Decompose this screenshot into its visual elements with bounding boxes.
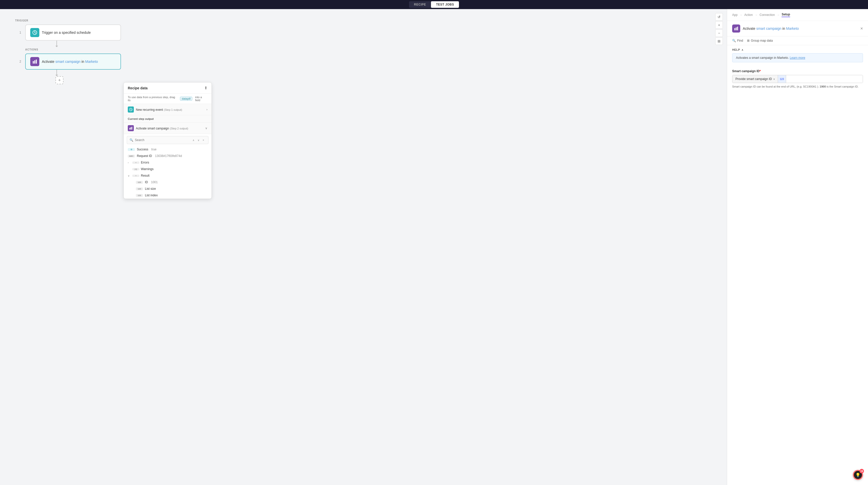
rdp-search-bar: 🔍 ∧ ∨ ×: [127, 136, 209, 144]
result-listsize-item[interactable]: 123 List size: [124, 186, 212, 192]
rp-close-btn[interactable]: ×: [860, 26, 863, 31]
connector1: [56, 40, 58, 47]
result-id-value: 1001: [151, 180, 158, 184]
step1-output-header[interactable]: New recurring event (Step 1 output) ›: [124, 104, 212, 115]
result-item[interactable]: ∨ ≡ Result: [124, 172, 212, 179]
errors-type-badge: ≡: [132, 162, 140, 164]
search-next-btn[interactable]: ∨: [196, 138, 200, 142]
bc-action[interactable]: Action: [744, 13, 752, 17]
canvas-controls: ↺ + − ⊞: [715, 13, 723, 45]
find-btn[interactable]: 🔍 Find: [732, 39, 743, 42]
canvas: ↺ + − ⊞ TRIGGER 1 Trigger on a specified: [0, 9, 727, 485]
errors-item[interactable]: › ≡ Errors: [124, 159, 212, 166]
notification-badge[interactable]: 💡 19: [853, 470, 863, 480]
step2-link: smart campaign: [56, 60, 81, 64]
success-label: Success: [137, 148, 148, 151]
rdp-search-input[interactable]: [135, 138, 189, 142]
right-panel: App → Action → Connection → Setup Activa…: [727, 9, 868, 485]
help-box: Activates a smart campaign in Marketo. L…: [732, 53, 863, 62]
step2-output-name: Activate smart campaign: [136, 127, 169, 130]
result-type-badge: ≡: [132, 175, 140, 177]
bulb-icon: 💡: [856, 473, 861, 478]
result-listindex-type: 123: [136, 194, 143, 197]
requestid-type-badge: ABC: [128, 155, 135, 158]
result-id-item[interactable]: 123 ID 1001: [124, 179, 212, 186]
svg-rect-10: [737, 27, 738, 30]
bc-arrow2: →: [755, 13, 757, 17]
rdp-collapse-btn[interactable]: ⬆: [204, 86, 208, 90]
zoom-out-btn[interactable]: −: [715, 29, 723, 37]
step1-icon: [30, 28, 39, 37]
step1-num: 1: [15, 31, 21, 34]
rp-app-icon: [732, 25, 740, 33]
warnings-item[interactable]: › [≡] Warnings: [124, 166, 212, 172]
help-label: HELP: [732, 48, 740, 51]
group-map-btn[interactable]: ⊞ Group map data: [747, 39, 773, 42]
step2-num: 2: [15, 60, 21, 63]
top-bar-tabs: RECIPE TEST JOBS: [409, 1, 459, 8]
result-id-type: 123: [136, 181, 143, 184]
step2-icon: [30, 57, 39, 66]
main-layout: ↺ + − ⊞ TRIGGER 1 Trigger on a specified: [0, 9, 868, 485]
data-item-requestid[interactable]: ABC Request ID 13038#17f00fe874d: [124, 153, 212, 159]
field-input[interactable]: [786, 75, 863, 83]
result-listsize-type: 123: [136, 188, 143, 190]
bc-arrow1: →: [740, 13, 742, 17]
step2-block[interactable]: Activate smart campaign in Marketo: [25, 54, 121, 69]
recipe-data-panel: Recipe data ⬆ To use data from a previou…: [124, 82, 212, 199]
field-dropdown[interactable]: Provide smart campaign ID ▾: [733, 75, 778, 83]
search-icon: 🔍: [732, 39, 736, 42]
search-prev-btn[interactable]: ∧: [191, 138, 195, 142]
bc-setup[interactable]: Setup: [781, 12, 790, 17]
help-text: Activates a smart campaign in Marketo.: [736, 56, 789, 60]
svg-rect-3: [36, 60, 37, 64]
search-clear-btn[interactable]: ×: [201, 138, 206, 142]
svg-rect-9: [736, 28, 737, 31]
rp-help: HELP ∧ Activates a smart campaign in Mar…: [727, 45, 868, 65]
success-type-badge: ⊙: [128, 148, 135, 151]
step2-output-header[interactable]: Activate smart campaign (Step 2 output) …: [124, 123, 212, 134]
result-listindex-label: List index: [145, 194, 158, 197]
step1-expand-icon: ›: [207, 108, 208, 111]
search-icon: 🔍: [129, 138, 133, 142]
field-num-icon: 123: [778, 75, 786, 83]
notif-count: 19: [860, 469, 864, 474]
add-step-btn[interactable]: +: [56, 76, 63, 84]
refresh-btn[interactable]: ↺: [715, 13, 723, 21]
rdp-title: Recipe data: [128, 86, 148, 90]
svg-rect-8: [735, 28, 736, 30]
recipe-flow: TRIGGER 1 Trigger on a specified schedul…: [0, 9, 727, 94]
help-learn-more-link[interactable]: Learn more: [789, 56, 805, 60]
step2-collapse-icon: ∨: [205, 126, 208, 130]
tab-recipe[interactable]: RECIPE: [409, 1, 431, 8]
tab-test-jobs[interactable]: TEST JOBS: [431, 1, 459, 8]
rp-title-row: Activate smart campaign in Marketo ×: [727, 21, 868, 36]
zoom-in-btn[interactable]: +: [715, 21, 723, 29]
search-nav: ∧ ∨ ×: [191, 138, 206, 142]
requestid-label: Request ID: [137, 154, 152, 158]
actions-label: ACTIONS: [25, 48, 38, 51]
rdp-subtitle: To use data from a previous step, drag i…: [124, 94, 212, 104]
requestid-value: 13038#17f00fe874d: [155, 154, 182, 158]
field-row: Provide smart campaign ID ▾ 123: [732, 75, 863, 83]
step2-row: 2 Activate smart campaign in Marketo: [15, 54, 121, 69]
field-label: Smart campaign ID*: [732, 69, 863, 73]
rp-title: Activate smart campaign in Marketo: [743, 27, 799, 31]
breadcrumb: App → Action → Connection → Setup: [727, 9, 868, 21]
help-header[interactable]: HELP ∧: [732, 48, 863, 51]
step1-block[interactable]: Trigger on a specified schedule: [25, 25, 121, 40]
data-item-success[interactable]: ⊙ Success true: [124, 146, 212, 153]
group-map-icon: ⊞: [747, 39, 749, 42]
step1-output-name: New recurring event: [136, 108, 163, 112]
rdp-header: Recipe data ⬆: [124, 83, 212, 94]
errors-label: Errors: [141, 161, 149, 164]
fit-btn[interactable]: ⊞: [715, 37, 723, 45]
required-star: *: [760, 69, 761, 73]
result-listindex-item[interactable]: 123 List index: [124, 192, 212, 199]
bc-app[interactable]: App: [732, 13, 738, 17]
bc-connection[interactable]: Connection: [760, 13, 775, 17]
step2-output-sub: (Step 2 output): [170, 127, 188, 130]
svg-rect-2: [34, 60, 35, 64]
svg-rect-7: [131, 127, 132, 130]
warnings-type-badge: [≡]: [132, 168, 140, 170]
